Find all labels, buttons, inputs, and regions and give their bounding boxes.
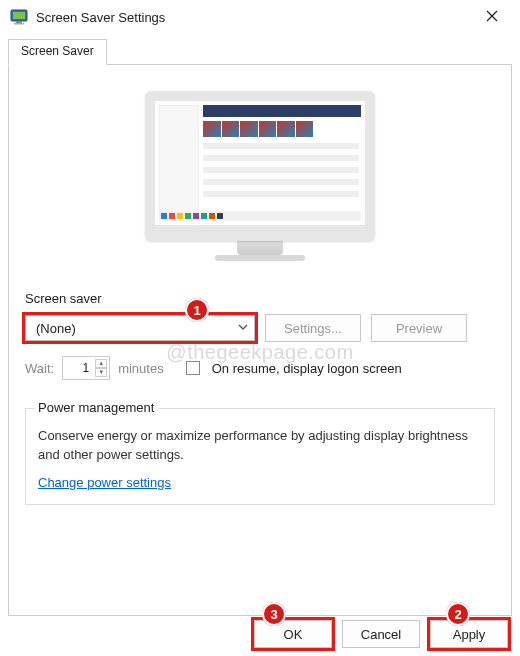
wait-unit: minutes <box>118 361 164 376</box>
power-management-description: Conserve energy or maximize performance … <box>38 427 482 465</box>
wait-spinner[interactable]: ▲ ▼ <box>95 359 107 377</box>
spin-up-icon[interactable]: ▲ <box>95 359 107 368</box>
resume-checkbox-label: On resume, display logon screen <box>212 361 402 376</box>
change-power-settings-link[interactable]: Change power settings <box>38 475 171 490</box>
chevron-down-icon <box>238 322 248 334</box>
power-management-group: Power management Conserve energy or maxi… <box>25 408 495 505</box>
close-button[interactable] <box>470 2 514 32</box>
svg-rect-1 <box>13 12 25 19</box>
annotation-badge-3: 3 <box>262 602 286 626</box>
app-icon <box>10 8 28 26</box>
close-icon <box>486 9 498 25</box>
screensaver-dropdown[interactable]: (None) <box>25 315 255 341</box>
svg-rect-2 <box>16 21 22 23</box>
titlebar: Screen Saver Settings <box>0 0 520 34</box>
preview-monitor-area <box>25 91 495 261</box>
annotation-badge-2: 2 <box>446 602 470 626</box>
annotation-badge-1: 1 <box>185 298 209 322</box>
resume-checkbox[interactable] <box>186 361 200 375</box>
wait-label: Wait: <box>25 361 54 376</box>
power-management-legend: Power management <box>34 400 158 415</box>
tab-label: Screen Saver <box>21 44 94 58</box>
wait-row: Wait: 1 ▲ ▼ minutes On resume, display l… <box>25 356 495 380</box>
apply-button[interactable]: Apply <box>430 620 508 648</box>
preview-monitor <box>145 91 375 261</box>
wait-minutes-input[interactable]: 1 ▲ ▼ <box>62 356 110 380</box>
screensaver-preview-button[interactable]: Preview <box>371 314 467 342</box>
screensaver-section-label: Screen saver <box>25 291 495 306</box>
preview-monitor-screen <box>155 101 365 225</box>
tab-screen-saver[interactable]: Screen Saver <box>8 39 107 65</box>
spin-down-icon[interactable]: ▼ <box>95 368 107 377</box>
preview-monitor-frame <box>145 91 375 241</box>
tabstrip: Screen Saver <box>0 34 520 64</box>
tab-panel: Screen saver (None) Settings... Preview … <box>8 64 512 616</box>
screensaver-settings-button[interactable]: Settings... <box>265 314 361 342</box>
svg-rect-3 <box>14 23 24 25</box>
window-title: Screen Saver Settings <box>36 10 470 25</box>
screensaver-row: (None) Settings... Preview 1 <box>25 314 495 342</box>
dialog-footer: OK Cancel Apply <box>254 620 508 648</box>
cancel-button[interactable]: Cancel <box>342 620 420 648</box>
wait-minutes-value: 1 <box>63 361 91 375</box>
ok-button[interactable]: OK <box>254 620 332 648</box>
screensaver-dropdown-value: (None) <box>36 321 238 336</box>
